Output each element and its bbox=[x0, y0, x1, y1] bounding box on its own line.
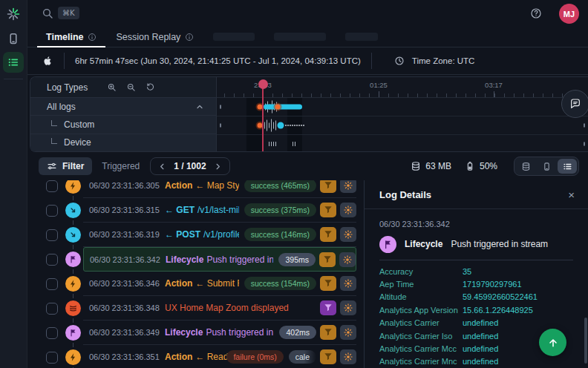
log-row-body[interactable]: 06/30 23:31:36.351Action← Read Calendar … bbox=[83, 345, 356, 368]
status-badge: success (146ms) bbox=[244, 228, 316, 241]
add-filter-button[interactable] bbox=[320, 325, 336, 340]
property-key: Accuracy bbox=[379, 267, 463, 276]
zoom-out-icon[interactable] bbox=[126, 82, 136, 92]
row-highlight-button[interactable] bbox=[340, 300, 356, 315]
row-checkbox[interactable] bbox=[46, 327, 58, 339]
help-icon[interactable] bbox=[530, 7, 542, 19]
add-filter-button[interactable] bbox=[320, 276, 336, 291]
tab-timeline[interactable]: Timeline bbox=[46, 27, 97, 47]
log-timestamp: 06/30 23:31:36.351 bbox=[83, 352, 165, 361]
log-row[interactable]: 06/30 23:31:36.319← POST/v1/profile/task… bbox=[27, 223, 364, 247]
add-filter-button[interactable] bbox=[320, 227, 336, 242]
event-dot bbox=[287, 125, 289, 126]
log-details-header: Log Details × bbox=[365, 180, 588, 209]
log-row-body[interactable]: 06/30 23:31:36.315← GET/v1/last-mile/reg… bbox=[83, 198, 356, 223]
row-highlight-button[interactable] bbox=[340, 325, 356, 340]
event-tick bbox=[273, 122, 274, 128]
embrace-logo-icon[interactable] bbox=[6, 7, 21, 22]
property-row: Analytics App Version15.66.1.226448925 bbox=[379, 303, 573, 316]
property-value: 1719790297961 bbox=[463, 280, 522, 289]
close-icon[interactable]: × bbox=[568, 189, 575, 200]
log-row[interactable]: 06/30 23:31:36.349LifecyclePush triggere… bbox=[27, 321, 364, 345]
log-row[interactable]: 06/30 23:31:36.348UX Home Map Zoom displ… bbox=[27, 296, 364, 321]
log-type-device[interactable]: Device bbox=[30, 134, 216, 151]
log-row-body[interactable]: 06/30 23:31:36.348UX Home Map Zoom displ… bbox=[83, 296, 356, 321]
tab-label: Timeline bbox=[46, 32, 83, 42]
triggered-label: Triggered bbox=[102, 161, 140, 171]
log-row-body[interactable]: 06/30 23:31:36.342LifecyclePush triggere… bbox=[83, 247, 356, 272]
playhead-knob[interactable] bbox=[258, 79, 268, 89]
add-filter-button[interactable] bbox=[320, 203, 336, 217]
avatar[interactable]: MJ bbox=[559, 4, 579, 24]
row-highlight-button[interactable] bbox=[340, 276, 356, 291]
log-type-all-logs[interactable]: All logs bbox=[30, 98, 216, 116]
row-highlight-button[interactable] bbox=[340, 180, 356, 193]
log-row-body[interactable]: 06/30 23:31:36.319← POST/v1/profile/task… bbox=[83, 223, 356, 247]
reset-zoom-icon[interactable] bbox=[146, 82, 155, 92]
devices-icon[interactable] bbox=[7, 31, 20, 46]
row-checkbox[interactable] bbox=[46, 352, 58, 364]
row-checkbox[interactable] bbox=[46, 278, 58, 290]
storage-view-button[interactable] bbox=[516, 159, 535, 174]
event-tick bbox=[269, 122, 270, 128]
lightning-icon bbox=[65, 180, 81, 194]
chevron-right-icon[interactable] bbox=[214, 162, 222, 171]
tab-session-replay[interactable]: Session Replay bbox=[116, 27, 194, 47]
search-shortcut-badge[interactable]: ⌘K bbox=[58, 7, 79, 19]
chevron-left-icon[interactable] bbox=[158, 162, 166, 171]
row-highlight-button[interactable] bbox=[340, 227, 356, 242]
timeline-chart[interactable]: 23:3301:2503:17 bbox=[217, 77, 588, 151]
row-checkbox[interactable] bbox=[46, 205, 58, 217]
log-type-custom[interactable]: Custom bbox=[30, 116, 216, 134]
detail-category: Lifecycle bbox=[405, 239, 442, 249]
status-badge: 402ms bbox=[279, 326, 316, 339]
phone-icon bbox=[542, 162, 552, 171]
search-icon[interactable] bbox=[42, 7, 53, 19]
event-marker[interactable] bbox=[278, 122, 284, 128]
property-row: Accuracy35 bbox=[379, 265, 573, 277]
row-checkbox[interactable] bbox=[46, 180, 58, 192]
row-checkbox[interactable] bbox=[46, 229, 58, 241]
log-row[interactable]: 06/30 23:31:36.346Action← Submit Ratings… bbox=[27, 272, 364, 296]
info-icon[interactable] bbox=[185, 33, 194, 42]
lightning-icon bbox=[65, 349, 81, 365]
list-toolbar: Filter Triggered 1 / 1002 63 MB 50% bbox=[27, 152, 588, 180]
row-highlight-button[interactable] bbox=[340, 203, 356, 217]
log-row-body[interactable]: 06/30 23:31:36.349LifecyclePush triggere… bbox=[83, 321, 356, 345]
sessions-list-icon[interactable] bbox=[3, 52, 24, 73]
row-checkbox[interactable] bbox=[46, 254, 58, 266]
info-icon[interactable] bbox=[88, 33, 97, 42]
zoom-in-icon[interactable] bbox=[107, 82, 117, 92]
playhead-line[interactable] bbox=[262, 84, 264, 151]
add-filter-button[interactable] bbox=[320, 180, 336, 193]
log-list[interactable]: 06/30 23:31:36.305Action← Map Style Load… bbox=[27, 180, 364, 368]
status-badge: success (154ms) bbox=[244, 277, 316, 290]
log-row[interactable]: 06/30 23:31:36.342LifecyclePush triggere… bbox=[27, 247, 364, 272]
row-checkbox[interactable] bbox=[46, 303, 58, 315]
filter-button[interactable]: Filter bbox=[39, 157, 92, 175]
list-icon bbox=[563, 162, 572, 171]
log-row[interactable]: 06/30 23:31:36.305Action← Map Style Load… bbox=[27, 180, 364, 198]
add-filter-button[interactable] bbox=[319, 252, 336, 267]
log-row-body[interactable]: 06/30 23:31:36.346Action← Submit Ratings… bbox=[83, 272, 356, 296]
log-row[interactable]: 06/30 23:31:36.315← GET/v1/last-mile/reg… bbox=[27, 198, 364, 223]
log-message: LifecyclePush triggered in stream bbox=[165, 327, 274, 338]
log-timestamp: 06/30 23:31:36.305 bbox=[83, 181, 165, 190]
event-marker[interactable] bbox=[275, 104, 281, 109]
list-view-button[interactable] bbox=[558, 159, 577, 174]
timeline-event-bar[interactable] bbox=[264, 104, 302, 109]
status-badge: 395ms bbox=[278, 253, 316, 266]
log-row[interactable]: 06/30 23:31:36.351Action← Read Calendar … bbox=[27, 345, 364, 368]
chevron-up-icon[interactable] bbox=[195, 102, 204, 111]
event-dot bbox=[303, 125, 304, 126]
add-filter-button[interactable] bbox=[320, 349, 336, 364]
row-highlight-button[interactable] bbox=[340, 349, 356, 364]
scroll-to-top-button[interactable] bbox=[539, 329, 566, 356]
log-details-panel: Log Details × 06/30 23:31:36.342 Lifecyc… bbox=[364, 180, 588, 368]
scrollbar-thumb[interactable] bbox=[584, 318, 587, 364]
row-highlight-button[interactable] bbox=[339, 252, 356, 267]
feedback-chat-button[interactable] bbox=[561, 90, 588, 118]
device-view-button[interactable] bbox=[537, 159, 556, 174]
add-filter-button[interactable] bbox=[320, 300, 336, 315]
log-row-body[interactable]: 06/30 23:31:36.305Action← Map Style Load… bbox=[83, 180, 356, 198]
